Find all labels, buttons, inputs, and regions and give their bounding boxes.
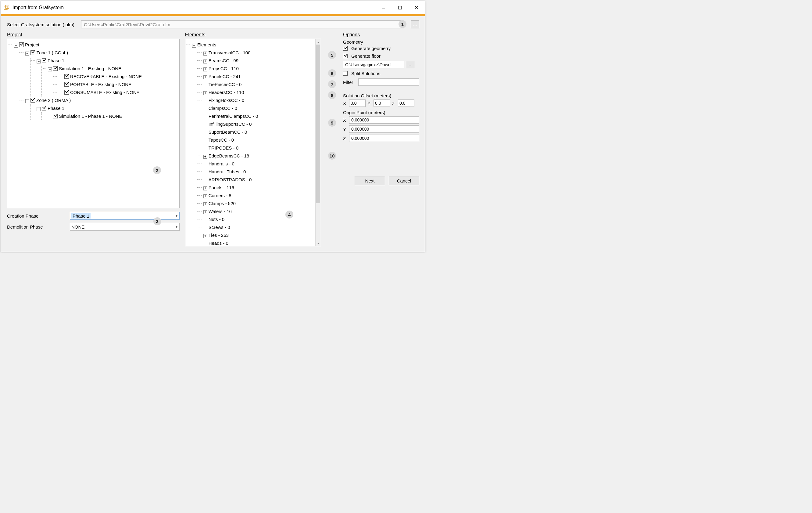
origin-x-input[interactable] bbox=[349, 116, 419, 124]
tree-node[interactable]: Phase 1Simulation 1 - Existing - NONEREC… bbox=[32, 57, 177, 97]
scroll-up-icon[interactable]: ▴ bbox=[316, 39, 321, 45]
tree-toggle-icon[interactable] bbox=[14, 44, 18, 48]
tree-node[interactable]: SuportBeamCC - 0 bbox=[199, 128, 319, 136]
tree-toggle-icon[interactable] bbox=[48, 68, 52, 72]
tree-toggle-icon[interactable] bbox=[25, 99, 29, 103]
tree-node[interactable]: TRIPODES - 0 bbox=[199, 144, 319, 152]
chevron-down-icon: ▾ bbox=[176, 225, 177, 229]
tree-toggle-icon[interactable] bbox=[203, 68, 207, 72]
tree-toggle-icon[interactable] bbox=[203, 52, 207, 56]
cancel-button[interactable]: Cancel bbox=[389, 176, 419, 185]
tree-node[interactable]: ARRIOSTRADOS - 0 bbox=[199, 176, 319, 184]
tree-node[interactable]: Clamps - 520 bbox=[199, 199, 319, 208]
tree-node[interactable]: Ties - 263 bbox=[199, 231, 319, 239]
tree-node[interactable]: EdgeBeamsCC - 18 bbox=[199, 152, 319, 160]
callout-2: 2 bbox=[153, 166, 161, 174]
tree-node[interactable]: Simulation 1 - Phase 1 - NONE bbox=[43, 112, 177, 120]
tree-node[interactable]: PORTABLE - Existing - NONE bbox=[54, 81, 177, 88]
tree-checkbox[interactable] bbox=[64, 82, 69, 87]
tree-node[interactable]: Heads - 0 bbox=[199, 239, 319, 246]
tree-node[interactable]: PerimetralClampsCC - 0 bbox=[199, 112, 319, 120]
tree-node[interactable]: PanelsCC - 241 bbox=[199, 73, 319, 81]
tree-node[interactable]: TapesCC - 0 bbox=[199, 136, 319, 144]
tree-checkbox[interactable] bbox=[64, 74, 69, 79]
scroll-down-icon[interactable]: ▾ bbox=[316, 241, 321, 246]
floor-path-input[interactable] bbox=[343, 61, 404, 69]
tree-checkbox[interactable] bbox=[42, 106, 46, 110]
tree-toggle-icon[interactable] bbox=[203, 194, 207, 198]
tree-checkbox[interactable] bbox=[53, 66, 58, 71]
solution-path-input[interactable] bbox=[81, 21, 404, 28]
callout-8: 8 bbox=[328, 91, 336, 99]
scroll-thumb[interactable] bbox=[316, 45, 320, 203]
tree-toggle-icon[interactable] bbox=[203, 202, 207, 206]
app-icon bbox=[3, 4, 10, 11]
maximize-button[interactable] bbox=[392, 1, 408, 14]
origin-z-input[interactable] bbox=[349, 135, 419, 142]
tree-node[interactable]: ElementsTransversalCC - 100BeamsCC - 99P… bbox=[187, 41, 319, 246]
tree-node[interactable]: Panels - 116 bbox=[199, 184, 319, 192]
close-button[interactable] bbox=[408, 1, 425, 14]
offset-x-input[interactable] bbox=[349, 100, 366, 107]
tree-toggle-icon[interactable] bbox=[203, 155, 207, 159]
tree-label: RECOVERABLE - Existing - NONE bbox=[70, 74, 142, 79]
tree-node[interactable]: Handrails - 0 bbox=[199, 160, 319, 168]
tree-toggle-icon[interactable] bbox=[203, 75, 207, 79]
tree-node[interactable]: RECOVERABLE - Existing - NONE bbox=[54, 73, 177, 81]
tree-toggle-icon[interactable] bbox=[192, 44, 196, 48]
filter-input[interactable] bbox=[358, 78, 419, 86]
tree-node[interactable]: Phase 1Simulation 1 - Phase 1 - NONE bbox=[32, 104, 177, 120]
browse-button[interactable]: ... bbox=[411, 21, 419, 28]
tree-node[interactable]: Nuts - 0 bbox=[199, 215, 319, 223]
scrollbar[interactable]: ▴ ▾ bbox=[315, 39, 321, 246]
tree-node[interactable]: Handrail Tubes - 0 bbox=[199, 168, 319, 176]
demolition-phase-combo[interactable]: NONE ▾ bbox=[70, 223, 180, 231]
tree-node[interactable]: Zone 1 ( CC-4 )Phase 1Simulation 1 - Exi… bbox=[21, 49, 177, 97]
tree-node[interactable]: Corners - 8 bbox=[199, 192, 319, 199]
tree-checkbox[interactable] bbox=[42, 58, 46, 63]
tree-toggle-icon[interactable] bbox=[203, 91, 207, 95]
tree-node[interactable]: ClampsCC - 0 bbox=[199, 104, 319, 112]
tree-node[interactable]: PropsCC - 110 bbox=[199, 65, 319, 73]
tree-toggle-icon[interactable] bbox=[25, 52, 29, 56]
tree-node[interactable]: InfillingSuportsCC - 0 bbox=[199, 120, 319, 128]
floor-browse-button[interactable]: ... bbox=[406, 61, 414, 69]
options-heading: Options bbox=[343, 32, 419, 37]
tree-checkbox[interactable] bbox=[53, 114, 58, 118]
tree-node[interactable]: TransversalCC - 100 bbox=[199, 49, 319, 57]
generate-geometry-checkbox[interactable] bbox=[343, 46, 348, 51]
tree-node[interactable]: CONSUMABLE - Existing - NONE bbox=[54, 88, 177, 97]
tree-label: PanelsCC - 241 bbox=[209, 74, 241, 79]
tree-label: Heads - 0 bbox=[209, 241, 228, 246]
creation-phase-combo[interactable]: Phase 1 ▾ bbox=[70, 212, 180, 220]
tree-label: Walers - 16 bbox=[209, 209, 232, 214]
tree-node[interactable]: TiePiecesCC - 0 bbox=[199, 81, 319, 88]
tree-node[interactable]: Screws - 0 bbox=[199, 223, 319, 231]
tree-node[interactable]: Simulation 1 - Existing - NONERECOVERABL… bbox=[43, 65, 177, 97]
tree-node[interactable]: Zone 2 ( ORMA )Phase 1Simulation 1 - Pha… bbox=[21, 97, 177, 120]
tree-node[interactable]: Walers - 16 bbox=[199, 208, 319, 215]
project-tree[interactable]: ProjectZone 1 ( CC-4 )Phase 1Simulation … bbox=[7, 39, 180, 208]
tree-toggle-icon[interactable] bbox=[37, 107, 40, 111]
minimize-button[interactable] bbox=[375, 1, 392, 14]
offset-y-input[interactable] bbox=[374, 100, 390, 107]
tree-checkbox[interactable] bbox=[64, 90, 69, 94]
generate-floor-checkbox[interactable] bbox=[343, 54, 348, 58]
tree-toggle-icon[interactable] bbox=[203, 186, 207, 190]
tree-toggle-icon[interactable] bbox=[203, 234, 207, 238]
split-solutions-checkbox[interactable] bbox=[343, 71, 348, 76]
tree-toggle-icon[interactable] bbox=[203, 59, 207, 63]
origin-y-input[interactable] bbox=[349, 126, 419, 133]
tree-node[interactable]: BeamsCC - 99 bbox=[199, 57, 319, 65]
offset-z-input[interactable] bbox=[398, 100, 414, 107]
tree-toggle-icon[interactable] bbox=[37, 59, 40, 63]
tree-checkbox[interactable] bbox=[30, 98, 35, 103]
next-button[interactable]: Next bbox=[355, 176, 385, 185]
tree-node[interactable]: ProjectZone 1 ( CC-4 )Phase 1Simulation … bbox=[9, 41, 177, 120]
elements-tree[interactable]: ElementsTransversalCC - 100BeamsCC - 99P… bbox=[185, 39, 321, 246]
tree-toggle-icon[interactable] bbox=[203, 210, 207, 214]
tree-node[interactable]: FixingHoksCC - 0 bbox=[199, 97, 319, 104]
tree-node[interactable]: HeadersCC - 110 bbox=[199, 88, 319, 97]
tree-checkbox[interactable] bbox=[30, 50, 35, 55]
tree-checkbox[interactable] bbox=[19, 43, 24, 47]
